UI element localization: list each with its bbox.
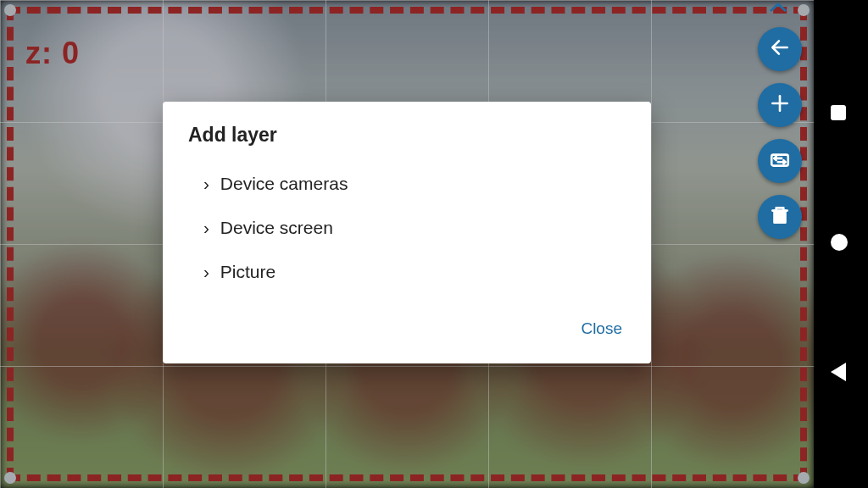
nav-home-button[interactable] bbox=[831, 234, 851, 254]
option-device-screen[interactable]: › Device screen bbox=[203, 206, 626, 250]
chevron-up-icon[interactable] bbox=[768, 2, 788, 14]
close-button[interactable]: Close bbox=[577, 313, 626, 345]
delete-button[interactable] bbox=[758, 195, 802, 239]
fab-column bbox=[758, 27, 802, 239]
dialog-title: Add layer bbox=[163, 102, 651, 162]
add-layer-dialog: Add layer › Device cameras › Device scre… bbox=[163, 102, 651, 363]
flip-camera-button[interactable] bbox=[758, 139, 802, 183]
trash-icon bbox=[769, 204, 791, 230]
svg-rect-3 bbox=[771, 155, 788, 166]
nav-overview-button[interactable] bbox=[831, 105, 851, 125]
add-layer-button[interactable] bbox=[758, 83, 802, 127]
option-picture[interactable]: › Picture bbox=[203, 250, 626, 294]
circle-icon bbox=[831, 234, 848, 251]
triangle-left-icon bbox=[831, 363, 846, 381]
chevron-right-icon: › bbox=[203, 218, 215, 238]
chevron-right-icon: › bbox=[203, 262, 215, 282]
chevron-right-icon: › bbox=[203, 174, 215, 194]
option-label: Device screen bbox=[220, 218, 333, 237]
option-label: Device cameras bbox=[220, 174, 348, 193]
option-label: Picture bbox=[220, 262, 275, 281]
dialog-option-list: › Device cameras › Device screen › Pictu… bbox=[163, 162, 651, 306]
system-nav-bar bbox=[814, 0, 868, 488]
square-icon bbox=[831, 105, 846, 120]
back-button[interactable] bbox=[758, 27, 802, 71]
device-frame: z: 0 bbox=[0, 0, 868, 488]
flip-camera-icon bbox=[769, 148, 791, 174]
plus-icon bbox=[769, 92, 791, 118]
nav-back-button[interactable] bbox=[831, 363, 851, 383]
option-device-cameras[interactable]: › Device cameras bbox=[203, 162, 626, 206]
app-screen: z: 0 bbox=[0, 0, 814, 488]
arrow-left-icon bbox=[769, 36, 791, 62]
dialog-actions: Close bbox=[163, 306, 651, 363]
